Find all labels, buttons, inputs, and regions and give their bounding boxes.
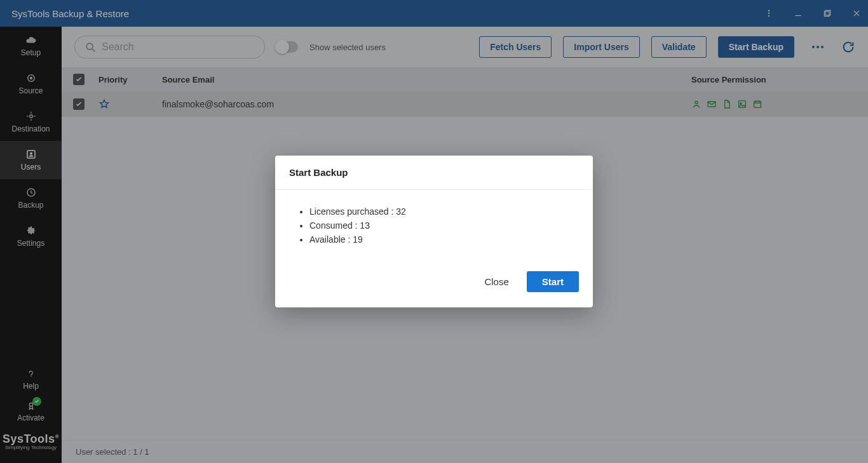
dialog-body: Licenses purchased : 32 Consumed : 13 Av… xyxy=(275,190,593,264)
modal-overlay: Start Backup Licenses purchased : 32 Con… xyxy=(0,0,868,463)
dialog-available: Available : 19 xyxy=(309,234,570,245)
dialog-close-button[interactable]: Close xyxy=(480,271,512,292)
dialog-title: Start Backup xyxy=(275,156,593,190)
dialog-start-button[interactable]: Start xyxy=(527,271,579,292)
dialog-consumed: Consumed : 13 xyxy=(309,220,570,231)
start-backup-dialog: Start Backup Licenses purchased : 32 Con… xyxy=(275,156,593,307)
dialog-licenses: Licenses purchased : 32 xyxy=(309,206,570,217)
dialog-actions: Close Start xyxy=(275,264,593,307)
